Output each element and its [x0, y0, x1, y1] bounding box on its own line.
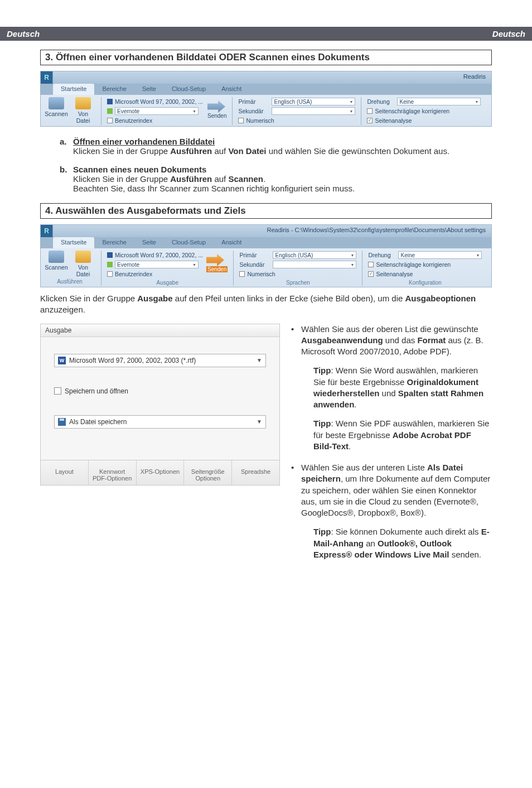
- tab-cloud[interactable]: Cloud-Setup: [164, 237, 214, 248]
- tab-page[interactable]: Seite: [134, 84, 164, 95]
- tab-layout[interactable]: Layout: [41, 460, 89, 485]
- disk-icon: [58, 418, 66, 426]
- save-as-dropdown[interactable]: Als Datei speichern ▼: [54, 415, 266, 429]
- ausgabe-dialog: Ausgabe W Microsoft Word 97, 2000, 2002,…: [40, 324, 280, 486]
- section-4-title: 4. Auswählen des Ausgabeformats und Ziel…: [40, 203, 492, 219]
- tab-page[interactable]: Seite: [134, 237, 164, 248]
- ribbon-screenshot-1: R Readiris Startseite Bereiche Seite Clo…: [40, 71, 492, 127]
- scanner-icon: [49, 97, 64, 109]
- tip-word: Tipp: Wenn Sie Word auswählen, markieren…: [313, 365, 492, 410]
- from-file-button[interactable]: Von Datei: [71, 97, 95, 124]
- ribbon-tabs-2: Startseite Bereiche Seite Cloud-Setup An…: [41, 237, 491, 248]
- step-a-title: Öffnen einer vorhandenen Bilddatei: [73, 137, 215, 146]
- tab-spreadsheet[interactable]: Spreadshe: [232, 460, 279, 485]
- tab-pdf[interactable]: KennwortPDF-Optionen: [89, 460, 137, 485]
- send-button[interactable]: Senden: [206, 251, 228, 278]
- tab-size[interactable]: SeitengrößeOptionen: [184, 460, 232, 485]
- app-logo-icon: R: [41, 71, 53, 84]
- ausgabe-dialog-title: Ausgabe: [41, 324, 279, 337]
- folder-icon: [75, 251, 91, 263]
- folder-icon: [75, 97, 91, 109]
- save-open-checkbox[interactable]: [54, 387, 61, 395]
- scan-button[interactable]: Scannen: [44, 97, 69, 117]
- step-a: Öffnen einer vorhandenen Bilddatei Klick…: [60, 137, 492, 156]
- scan-button[interactable]: Scannen: [44, 251, 69, 271]
- secondary-lang-dropdown[interactable]: ▼: [273, 261, 356, 268]
- evernote-icon: [107, 262, 113, 267]
- group-lang-label: Sprachen: [239, 280, 356, 286]
- page-analysis-checkbox[interactable]: [368, 271, 374, 277]
- word-icon: [107, 99, 113, 104]
- step-b-title: Scannen eines neuen Dokuments: [73, 165, 206, 174]
- tab-cloud[interactable]: Cloud-Setup: [164, 84, 214, 95]
- para-section4: Klicken Sie in der Gruppe Ausgabe auf de…: [40, 293, 492, 316]
- group-execute-label: Ausführen: [44, 278, 95, 285]
- word-icon: W: [58, 357, 66, 364]
- group-conf-label: Konfiguration: [368, 280, 482, 286]
- chevron-down-icon: ▼: [257, 419, 262, 425]
- tip-pdf: Tipp: Wenn Sie PDF auswählen, markieren …: [313, 418, 492, 452]
- step-a-body: Klicken Sie in der Gruppe Ausführen auf …: [73, 146, 492, 156]
- step-b: Scannen eines neuen Dokuments Klicken Si…: [60, 165, 492, 193]
- format-dropdown[interactable]: W Microsoft Word 97, 2000, 2002, 2003 (*…: [54, 354, 266, 367]
- evernote-icon: [107, 108, 113, 114]
- deskew-checkbox[interactable]: [367, 108, 373, 114]
- send-arrow-icon: [206, 254, 224, 266]
- rotation-dropdown[interactable]: Keine▼: [398, 251, 482, 259]
- group-output-label: Ausgabe: [107, 280, 228, 286]
- ribbon-tabs: Startseite Bereiche Seite Cloud-Setup An…: [41, 84, 491, 95]
- word-icon: [107, 252, 113, 258]
- tab-view[interactable]: Ansicht: [214, 237, 249, 248]
- tab-view[interactable]: Ansicht: [214, 84, 249, 95]
- scanner-icon: [49, 251, 64, 263]
- send-arrow-icon: [207, 100, 225, 113]
- tab-xps[interactable]: XPS-Optionen: [137, 460, 185, 485]
- numeric-checkbox[interactable]: [238, 118, 244, 123]
- app-logo-icon: R: [41, 225, 53, 237]
- tip-email: Tipp: Sie können Dokumente auch direkt a…: [313, 526, 492, 560]
- ausgabe-option-tabs: Layout KennwortPDF-Optionen XPS-Optionen…: [41, 460, 279, 485]
- evernote-dropdown[interactable]: Evernote▼: [115, 261, 199, 268]
- chevron-down-icon: ▼: [257, 357, 262, 363]
- userindex-checkbox[interactable]: [107, 271, 113, 277]
- tab-areas[interactable]: Bereiche: [94, 237, 134, 248]
- rotation-dropdown[interactable]: Keine▼: [397, 98, 481, 105]
- from-file-button[interactable]: Von Datei: [71, 251, 95, 277]
- header-left: Deutsch: [7, 29, 40, 39]
- deskew-checkbox[interactable]: [368, 262, 374, 267]
- page-analysis-checkbox[interactable]: [367, 118, 373, 123]
- evernote-dropdown[interactable]: Evernote▼: [115, 107, 199, 115]
- tab-areas[interactable]: Bereiche: [94, 84, 134, 95]
- page-header: Deutsch Deutsch: [0, 27, 532, 41]
- step-b-body1: Klicken Sie in der Gruppe Ausführen auf …: [73, 174, 492, 184]
- step-b-body2: Beachten Sie, dass Ihr Scanner zum Scann…: [73, 184, 492, 193]
- ribbon-screenshot-2: R Readiris - C:\Windows\System32\config\…: [40, 224, 492, 287]
- userindex-checkbox[interactable]: [107, 118, 113, 123]
- secondary-lang-dropdown[interactable]: ▼: [272, 107, 355, 115]
- window-title-2: Readiris - C:\Windows\System32\config\sy…: [267, 227, 486, 233]
- numeric-checkbox[interactable]: [239, 271, 245, 277]
- bullet-format: Wählen Sie aus der oberen List die gewün…: [291, 324, 492, 453]
- bullet-save: Wählen Sie aus der unteren Liste Als Dat…: [291, 462, 492, 560]
- section-3-title: 3. Öffnen einer vorhandenen Bilddatei OD…: [40, 50, 492, 65]
- primary-lang-dropdown[interactable]: Englisch (USA)▼: [272, 98, 355, 105]
- primary-lang-dropdown[interactable]: Englisch (USA)▼: [273, 251, 356, 259]
- window-title: Readiris: [463, 73, 486, 80]
- tab-home[interactable]: Startseite: [53, 84, 94, 95]
- save-open-label: Speichern und öffnen: [65, 387, 128, 395]
- send-button[interactable]: Senden: [207, 97, 226, 125]
- tab-home[interactable]: Startseite: [53, 237, 94, 248]
- header-right: Deutsch: [492, 29, 525, 39]
